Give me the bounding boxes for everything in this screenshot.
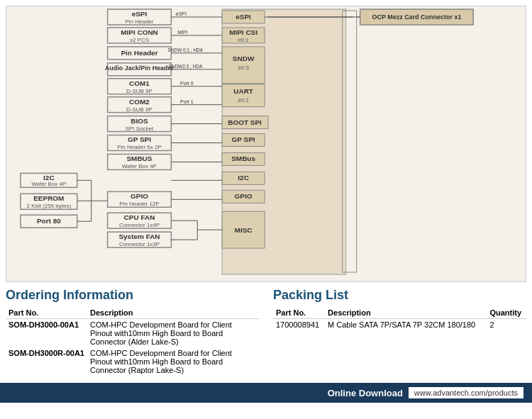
packing-title: Packing List	[273, 288, 526, 303]
svg-text:eSPI: eSPI	[235, 13, 251, 21]
svg-text:Pin Header: Pin Header	[126, 18, 154, 25]
packing-table: Part No. Description Quantity 1700008941…	[273, 307, 526, 330]
bottom-section: Ordering Information Part No. Descriptio…	[0, 288, 532, 376]
ordering-table: Part No. Description SOM-DH3000-00A1COM-…	[6, 307, 259, 376]
svg-text:Wafer Box 4P: Wafer Box 4P	[31, 181, 66, 187]
svg-text:BIOS: BIOS	[131, 117, 148, 125]
svg-text:SNDW 0:1 ; HDA: SNDW 0:1 ; HDA	[168, 48, 204, 52]
ordering-title: Ordering Information	[6, 288, 259, 303]
svg-text:EEPROM: EEPROM	[33, 194, 64, 202]
svg-text:SNDW: SNDW	[233, 55, 255, 62]
svg-text:SMBus: SMBus	[231, 155, 255, 162]
svg-text:Port 1: Port 1	[180, 99, 194, 104]
packing-qty: 2	[487, 319, 526, 331]
footer: Online Download www.advantech.com/produc…	[0, 383, 532, 403]
svg-text:COM1: COM1	[129, 79, 150, 87]
svg-text:Port 0: Port 0	[180, 81, 194, 86]
svg-text:#0:1: #0:1	[238, 97, 249, 104]
svg-text:MISC: MISC	[235, 226, 253, 234]
svg-text:Wafer Box 4P: Wafer Box 4P	[122, 163, 157, 169]
svg-text:CPU FAN: CPU FAN	[124, 213, 155, 221]
svg-text:GP SPI: GP SPI	[128, 136, 151, 144]
ordering-row: SOM-DH3000R-00A1COM-HPC Development Boar…	[6, 347, 259, 376]
packing-desc: M Cable SATA 7P/SATA 7P 32CM 180/180	[325, 319, 487, 331]
svg-text:D-SUB 9P: D-SUB 9P	[126, 88, 153, 94]
svg-text:GPIO: GPIO	[235, 192, 253, 200]
ordering-info: Ordering Information Part No. Descriptio…	[6, 288, 273, 376]
packing-row: 1700008941M Cable SATA 7P/SATA 7P 32CM 1…	[273, 319, 526, 331]
ordering-part: SOM-DH3000-00A1	[6, 319, 87, 348]
svg-text:MIPI CSI: MIPI CSI	[229, 28, 257, 36]
svg-text:MIPI CONN: MIPI CONN	[121, 28, 158, 36]
svg-text:Connector 1x3P: Connector 1x3P	[119, 241, 160, 247]
packing-list: Packing List Part No. Description Quanti…	[273, 288, 526, 376]
footer-url: www.advantech.com/products	[409, 387, 523, 398]
ordering-partno-header: Part No.	[6, 307, 87, 319]
svg-text:Pin Header: Pin Header	[121, 49, 157, 57]
ordering-desc-header: Description	[87, 307, 259, 319]
ordering-part: SOM-DH3000R-00A1	[6, 347, 87, 376]
svg-text:Connector 1x4P: Connector 1x4P	[119, 222, 160, 228]
svg-text:I2C: I2C	[238, 174, 249, 181]
svg-text:MIPI: MIPI	[177, 30, 187, 35]
ordering-desc: COM-HPC Development Board for Client Pin…	[87, 319, 259, 348]
svg-text:GPIO: GPIO	[131, 192, 148, 200]
svg-text:COM2: COM2	[129, 98, 150, 106]
svg-text:Port 80: Port 80	[37, 217, 61, 225]
ordering-row: SOM-DH3000-00A1COM-HPC Development Board…	[6, 319, 259, 348]
svg-text:UART: UART	[233, 87, 253, 95]
svg-text:BOOT SPI: BOOT SPI	[228, 118, 262, 126]
svg-text:x2 PCS: x2 PCS	[130, 37, 149, 43]
packing-desc-header: Description	[325, 307, 487, 319]
svg-text:eSPI: eSPI	[132, 10, 148, 18]
ordering-desc: COM-HPC Development Board for Client Pin…	[87, 347, 259, 376]
svg-text:OCP Mezz Card Connector x1: OCP Mezz Card Connector x1	[372, 13, 461, 21]
packing-partno-header: Part No.	[273, 307, 325, 319]
svg-text:Audio Jack/Pin Header: Audio Jack/Pin Header	[105, 65, 174, 72]
svg-text:SPI Socket: SPI Socket	[126, 125, 154, 132]
packing-part: 1700008941	[273, 319, 325, 331]
svg-text:SMBUS: SMBUS	[126, 155, 152, 162]
svg-text:#0:1: #0:1	[238, 37, 249, 43]
svg-text:Pin Header 6x 2P: Pin Header 6x 2P	[117, 144, 161, 150]
svg-text:Pin Header 12P: Pin Header 12P	[119, 201, 159, 207]
footer-label: Online Download	[328, 388, 403, 398]
svg-text:#0:3: #0:3	[238, 65, 249, 71]
diagram-area: OCP Mezz Card Connector x1 eSPI Pin Head…	[6, 6, 526, 282]
svg-text:D-SUB 9P: D-SUB 9P	[126, 106, 153, 113]
svg-text:System FAN: System FAN	[118, 233, 160, 240]
svg-text:SNDW2:3 ; HDA: SNDW2:3 ; HDA	[168, 64, 202, 69]
svg-text:eSPI: eSPI	[176, 11, 187, 16]
svg-text:GP SPI: GP SPI	[232, 136, 255, 144]
packing-qty-header: Quantity	[487, 307, 526, 319]
svg-text:2 Kbit (256 bytes): 2 Kbit (256 bytes)	[27, 203, 72, 209]
